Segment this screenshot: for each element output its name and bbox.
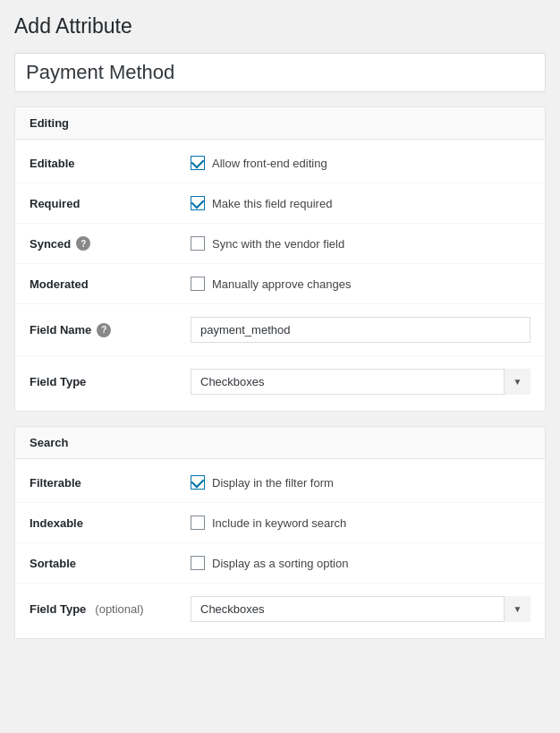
synced-control: Sync with the vendor field [191, 236, 530, 251]
search-field-type-select-wrapper: Checkboxes Text Textarea Select Radio Da… [191, 596, 530, 622]
search-field-type-label: Field Type (optional) [30, 602, 191, 616]
indexable-label: Indexable [30, 516, 191, 530]
search-section-header: Search [15, 427, 545, 459]
field-name-control [191, 317, 530, 343]
editing-section-body: Editable Allow front-end editing Require… [15, 140, 545, 411]
field-type-select[interactable]: Checkboxes Text Textarea Select Radio Da… [191, 369, 530, 395]
required-row: Required Make this field required [15, 183, 545, 224]
search-section: Search Filterable Display in the filter … [14, 426, 546, 639]
indexable-control: Include in keyword search [191, 516, 530, 530]
field-name-input[interactable] [191, 317, 530, 343]
required-label: Required [30, 197, 191, 210]
attribute-name-input[interactable] [14, 53, 546, 92]
sortable-control: Display as a sorting option [191, 556, 530, 570]
required-checkbox-label[interactable]: Make this field required [191, 196, 332, 210]
sortable-row: Sortable Display as a sorting option [15, 543, 545, 584]
field-name-row: Field Name ? [15, 304, 545, 356]
filterable-label: Filterable [30, 476, 191, 490]
field-type-select-wrapper: Checkboxes Text Textarea Select Radio Da… [191, 369, 530, 395]
field-type-row: Field Type Checkboxes Text Textarea Sele… [15, 356, 545, 407]
editing-section-header: Editing [15, 107, 545, 140]
field-type-label: Field Type [30, 375, 191, 388]
synced-row: Synced ? Sync with the vendor field [15, 224, 545, 264]
filterable-checkbox-label[interactable]: Display in the filter form [191, 475, 334, 490]
synced-checkbox[interactable] [191, 236, 205, 251]
editing-section: Editing Editable Allow front-end editing… [14, 107, 546, 412]
search-field-type-control: Checkboxes Text Textarea Select Radio Da… [191, 596, 530, 622]
search-field-type-row: Field Type (optional) Checkboxes Text Te… [15, 584, 545, 635]
indexable-checkbox[interactable] [191, 516, 205, 530]
required-control: Make this field required [191, 196, 530, 210]
editable-label: Editable [30, 157, 191, 170]
page-container: Add Attribute Editing Editable Allow fro… [0, 0, 560, 675]
filterable-control: Display in the filter form [191, 475, 530, 490]
page-title: Add Attribute [14, 14, 546, 38]
sortable-checkbox-label[interactable]: Display as a sorting option [191, 556, 348, 570]
synced-label: Synced ? [30, 236, 191, 251]
moderated-row: Moderated Manually approve changes [15, 264, 545, 304]
synced-checkbox-label[interactable]: Sync with the vendor field [191, 236, 344, 251]
editable-checkbox-label[interactable]: Allow front-end editing [191, 156, 327, 170]
indexable-checkbox-label[interactable]: Include in keyword search [191, 516, 346, 530]
search-field-type-select[interactable]: Checkboxes Text Textarea Select Radio Da… [191, 596, 530, 622]
required-checkbox[interactable] [191, 196, 205, 210]
indexable-row: Indexable Include in keyword search [15, 503, 545, 543]
editable-checkbox[interactable] [191, 156, 205, 170]
editable-row: Editable Allow front-end editing [15, 143, 545, 183]
sortable-checkbox[interactable] [191, 556, 205, 570]
field-type-control: Checkboxes Text Textarea Select Radio Da… [191, 369, 530, 395]
field-name-label: Field Name ? [30, 323, 191, 337]
filterable-row: Filterable Display in the filter form [15, 463, 545, 503]
sortable-label: Sortable [30, 557, 191, 570]
search-section-body: Filterable Display in the filter form In… [15, 459, 545, 638]
editable-control: Allow front-end editing [191, 156, 530, 170]
field-name-help-icon[interactable]: ? [97, 323, 111, 337]
moderated-label: Moderated [30, 277, 191, 291]
moderated-control: Manually approve changes [191, 277, 530, 291]
moderated-checkbox-label[interactable]: Manually approve changes [191, 277, 351, 291]
synced-help-icon[interactable]: ? [76, 236, 90, 251]
moderated-checkbox[interactable] [191, 277, 205, 291]
filterable-checkbox[interactable] [191, 475, 205, 490]
